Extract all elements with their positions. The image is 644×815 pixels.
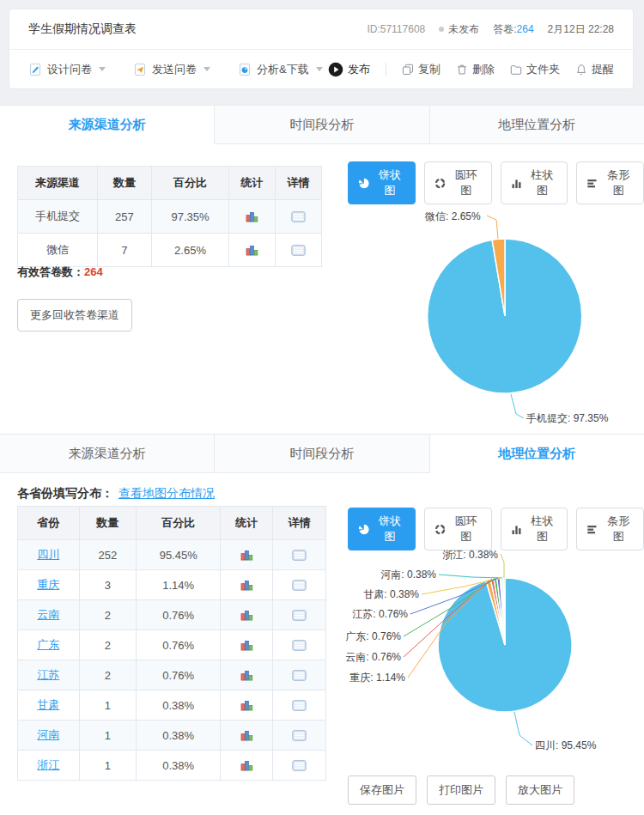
stats-icon[interactable] <box>226 670 267 681</box>
province-link[interactable]: 广东 <box>37 638 59 651</box>
survey-datetime: 2月12日 22:28 <box>548 22 614 37</box>
stats-icon[interactable] <box>226 760 267 771</box>
table-row: 广东20.76% <box>18 630 326 660</box>
table-header-row: 来源渠道数量百分比统计详情 <box>18 167 322 200</box>
status-dot-icon <box>439 27 444 32</box>
geo-analysis-section: 各省份填写分布：查看地图分布情况 省份数量百分比统计详情四川25295.45%重… <box>0 473 644 815</box>
survey-title: 学生假期情况调查表 <box>28 21 137 37</box>
province-link[interactable]: 甘肃 <box>37 698 59 711</box>
percent-cell: 0.76% <box>137 630 221 660</box>
chevron-down-icon <box>316 67 323 71</box>
count-cell: 1 <box>79 690 137 721</box>
chart-type-donut-button[interactable]: 圆环图 <box>424 161 492 204</box>
design-survey-menu[interactable]: 设计问卷 <box>28 62 106 77</box>
pie-label-江苏: 江苏: 0.76% <box>352 608 408 620</box>
count-cell: 2 <box>79 600 137 630</box>
folder-button[interactable]: 文件夹 <box>510 62 560 77</box>
divider <box>386 63 386 76</box>
stats-icon[interactable] <box>226 580 267 591</box>
column-header: 数量 <box>98 167 152 200</box>
stats-icon[interactable] <box>234 211 270 222</box>
province-link[interactable]: 河南 <box>37 728 59 741</box>
tab-time[interactable]: 时间段分析 <box>215 435 429 472</box>
count-cell: 2 <box>79 660 137 690</box>
detail-icon[interactable] <box>278 580 320 591</box>
analysis-tabbar-bottom: 来源渠道分析时间段分析地理位置分析 <box>0 434 644 473</box>
zoom-image-button[interactable]: 放大图片 <box>506 775 574 805</box>
percent-cell: 0.76% <box>137 660 221 690</box>
stats-icon[interactable] <box>226 730 267 741</box>
province-link[interactable]: 云南 <box>37 608 59 621</box>
stats-icon[interactable] <box>234 245 270 256</box>
send-survey-menu[interactable]: 发送问卷 <box>133 62 210 77</box>
remind-button[interactable]: 提醒 <box>575 62 614 77</box>
percent-cell: 2.65% <box>151 234 229 267</box>
percent-cell: 0.38% <box>137 751 221 781</box>
pie-label-广东: 广东: 0.76% <box>345 630 401 642</box>
detail-icon[interactable] <box>278 670 320 681</box>
table-row: 微信72.65% <box>18 234 322 267</box>
print-image-button[interactable]: 打印图片 <box>427 775 495 805</box>
detail-icon[interactable] <box>278 730 320 741</box>
province-link[interactable]: 重庆 <box>37 578 59 591</box>
save-image-button[interactable]: 保存图片 <box>348 775 416 805</box>
more-channels-button[interactable]: 更多回收答卷渠道 <box>17 299 132 331</box>
tab-geo[interactable]: 地理位置分析 <box>430 435 644 472</box>
pie-leader-line <box>439 575 502 578</box>
detail-icon[interactable] <box>281 245 316 256</box>
stats-icon[interactable] <box>226 610 267 621</box>
chart-type-column-button[interactable]: 柱状图 <box>501 161 568 204</box>
tab-time[interactable]: 时间段分析 <box>215 106 429 143</box>
design-doc-icon <box>28 63 42 76</box>
table-row: 云南20.76% <box>18 600 326 630</box>
detail-icon[interactable] <box>281 211 316 222</box>
publish-status: 未发布 <box>439 22 479 37</box>
count-cell: 2 <box>79 630 137 660</box>
chevron-down-icon <box>99 67 106 71</box>
pie-leader-line <box>511 394 524 418</box>
publish-button[interactable]: 发布 <box>328 62 370 77</box>
chart-type-bar-button[interactable]: 条形图 <box>576 161 644 204</box>
detail-icon[interactable] <box>278 550 320 561</box>
source-pie-chart: 微信: 2.65%手机提交: 97.35% <box>335 201 644 431</box>
pie-label-浙江: 浙江: 0.38% <box>442 549 498 561</box>
delete-button[interactable]: 删除 <box>456 62 495 77</box>
table-row: 江苏20.76% <box>18 660 326 690</box>
detail-icon[interactable] <box>278 760 320 771</box>
pie-leader-line <box>487 216 498 239</box>
province-link[interactable]: 浙江 <box>37 758 59 771</box>
province-link[interactable]: 江苏 <box>37 668 59 681</box>
survey-id: ID:57117608 <box>367 23 425 35</box>
copy-button[interactable]: 复制 <box>402 62 440 77</box>
stats-icon[interactable] <box>226 550 267 561</box>
province-table: 省份数量百分比统计详情四川25295.45%重庆31.14%云南20.76%广东… <box>17 506 326 781</box>
percent-cell: 97.35% <box>151 200 229 234</box>
answers-count-link[interactable]: 264 <box>517 23 534 35</box>
chart-type-pie-button[interactable]: 饼状图 <box>348 161 416 204</box>
detail-icon[interactable] <box>278 640 320 651</box>
chart-type-switcher: 饼状图圆环图柱状图条形图 <box>348 161 644 204</box>
column-header: 详情 <box>275 167 321 200</box>
tab-source[interactable]: 来源渠道分析 <box>0 106 215 143</box>
pie-leader-line <box>514 712 532 745</box>
image-action-buttons: 保存图片打印图片放大图片 <box>348 775 574 805</box>
pie-chart-icon <box>358 178 369 189</box>
column-header: 省份 <box>18 507 80 540</box>
detail-icon[interactable] <box>278 610 320 621</box>
analyze-download-menu[interactable]: 分析&下载 <box>238 62 323 77</box>
stats-icon[interactable] <box>226 700 267 711</box>
count-cell: 252 <box>79 540 137 570</box>
province-link[interactable]: 四川 <box>37 548 59 561</box>
tab-geo[interactable]: 地理位置分析 <box>430 106 644 143</box>
column-chart-icon <box>511 178 522 189</box>
source-table: 来源渠道数量百分比统计详情手机提交25797.35%微信72.65% <box>17 166 322 267</box>
geo-heading: 各省份填写分布：查看地图分布情况 <box>17 486 215 502</box>
count-cell: 1 <box>79 751 137 781</box>
table-row: 甘肃10.38% <box>18 690 326 721</box>
view-map-link[interactable]: 查看地图分布情况 <box>118 486 215 500</box>
tab-source[interactable]: 来源渠道分析 <box>0 435 215 472</box>
stats-icon[interactable] <box>226 640 267 651</box>
detail-icon[interactable] <box>278 700 320 711</box>
column-header: 百分比 <box>137 507 221 540</box>
publish-play-icon <box>328 62 343 77</box>
